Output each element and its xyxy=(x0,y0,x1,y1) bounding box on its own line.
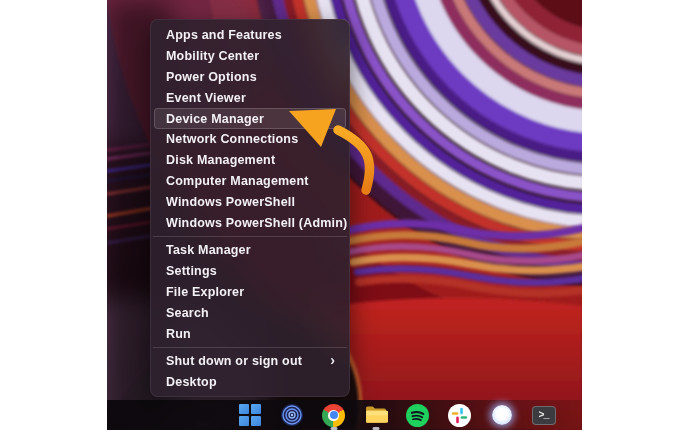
menu-item-label: Mobility Center xyxy=(166,49,259,63)
slack-button[interactable] xyxy=(447,403,472,428)
menu-item-label: Windows PowerShell xyxy=(166,195,295,209)
folder-icon xyxy=(364,404,388,426)
terminal-icon: >_ xyxy=(532,406,556,425)
broadcast-icon xyxy=(280,403,304,427)
slack-icon xyxy=(448,404,471,427)
menu-item-desktop[interactable]: Desktop xyxy=(154,372,346,393)
menu-item-label: Device Manager xyxy=(166,112,264,126)
taskbar-icons: >_ xyxy=(237,400,556,430)
menu-item-file-explorer[interactable]: File Explorer xyxy=(154,282,346,303)
chrome-button[interactable] xyxy=(321,403,346,428)
menu-item-settings[interactable]: Settings xyxy=(154,261,346,282)
menu-item-label: Shut down or sign out xyxy=(166,354,302,368)
menu-item-run[interactable]: Run xyxy=(154,323,346,344)
menu-item-windows-powershell[interactable]: Windows PowerShell xyxy=(154,191,346,212)
menu-item-apps-and-features[interactable]: Apps and Features xyxy=(154,25,346,46)
menu-item-label: File Explorer xyxy=(166,285,244,299)
file-explorer-button[interactable] xyxy=(363,403,388,428)
spotify-icon xyxy=(406,404,429,427)
menu-item-disk-management[interactable]: Disk Management xyxy=(154,150,346,171)
menu-item-mobility-center[interactable]: Mobility Center xyxy=(154,46,346,67)
menu-item-event-viewer[interactable]: Event Viewer xyxy=(154,87,346,108)
windows-logo-icon xyxy=(239,404,261,426)
menu-item-label: Network Connections xyxy=(166,132,298,146)
desktop-screenshot: Apps and FeaturesMobility CenterPower Op… xyxy=(107,0,582,430)
taskbar: >_ xyxy=(107,400,582,430)
menu-item-label: Computer Management xyxy=(166,174,309,188)
signal-button[interactable] xyxy=(489,403,514,428)
broadcast-app-button[interactable] xyxy=(279,403,304,428)
menu-item-windows-powershell-admin[interactable]: Windows PowerShell (Admin) xyxy=(154,212,346,233)
menu-item-task-manager[interactable]: Task Manager xyxy=(154,240,346,261)
menu-item-network-connections[interactable]: Network Connections xyxy=(154,129,346,150)
menu-separator xyxy=(153,347,347,348)
signal-icon xyxy=(492,405,512,425)
terminal-button[interactable]: >_ xyxy=(531,403,556,428)
menu-item-power-options[interactable]: Power Options xyxy=(154,67,346,88)
start-button[interactable] xyxy=(237,403,262,428)
menu-separator xyxy=(153,236,347,237)
chrome-icon xyxy=(322,404,345,427)
menu-item-label: Run xyxy=(166,327,191,341)
winx-context-menu: Apps and FeaturesMobility CenterPower Op… xyxy=(150,19,350,397)
menu-item-label: Search xyxy=(166,306,209,320)
menu-item-label: Desktop xyxy=(166,375,217,389)
menu-item-label: Windows PowerShell (Admin) xyxy=(166,216,347,230)
spotify-button[interactable] xyxy=(405,403,430,428)
menu-item-label: Event Viewer xyxy=(166,91,246,105)
menu-item-label: Power Options xyxy=(166,70,257,84)
menu-item-computer-management[interactable]: Computer Management xyxy=(154,171,346,192)
menu-item-label: Settings xyxy=(166,264,217,278)
menu-item-shut-down-or-sign-out[interactable]: Shut down or sign out› xyxy=(154,351,346,372)
menu-item-label: Task Manager xyxy=(166,243,251,257)
menu-item-search[interactable]: Search xyxy=(154,302,346,323)
menu-item-device-manager[interactable]: Device Manager xyxy=(154,108,346,129)
menu-item-label: Apps and Features xyxy=(166,28,282,42)
chevron-right-icon: › xyxy=(330,353,335,369)
menu-item-label: Disk Management xyxy=(166,153,275,167)
